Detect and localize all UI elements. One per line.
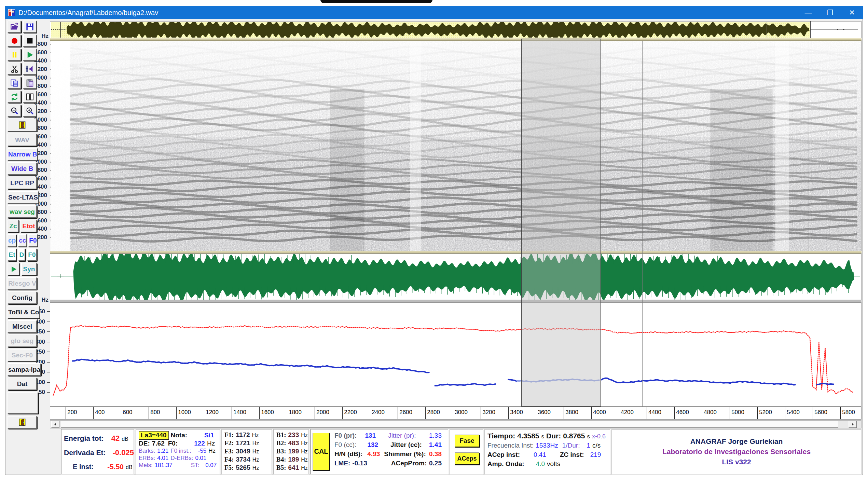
- time-tick-mark: [370, 407, 370, 419]
- scrollbar-right-arrow[interactable]: [849, 421, 857, 428]
- status-row: Tiempo:4.3585sDur:0.8765sx-0.6: [485, 432, 610, 440]
- aceps-button[interactable]: ACeps: [455, 452, 479, 465]
- time-tick-label: 4000: [593, 409, 606, 416]
- cal-button-container: CAL: [311, 429, 332, 474]
- refresh-button[interactable]: [8, 91, 21, 103]
- time-tick-mark: [176, 407, 177, 419]
- time-tick-label: 4200: [621, 409, 634, 416]
- status-row: Mels:181.37ST:0.07: [136, 462, 220, 469]
- fase-aceps-panel: FaseACeps: [450, 429, 483, 474]
- door-exit-icon: [18, 121, 27, 129]
- f0-panel[interactable]: [50, 303, 862, 407]
- close-button[interactable]: ✕: [841, 6, 863, 19]
- toolbar-button-narrow-b[interactable]: Narrow B: [8, 148, 38, 161]
- toolbar-button-row: Riesgo V: [8, 277, 37, 290]
- status-text: -0.025: [113, 448, 134, 457]
- status-text: ST:: [191, 462, 199, 469]
- time-tick-label: 5400: [787, 409, 800, 416]
- scrollbar-thumb[interactable]: [61, 421, 838, 428]
- cut-scissors-button[interactable]: [8, 63, 21, 75]
- status-text: 5265: [236, 464, 250, 472]
- status-text: 1: [587, 442, 590, 449]
- status-text: 1.41: [429, 441, 442, 449]
- toolbar-button-lpc-rp[interactable]: LPC RP: [8, 177, 37, 189]
- overview-waveform-panel[interactable]: [50, 21, 862, 38]
- pause-button[interactable]: [8, 49, 21, 61]
- status-row: Amp. Onda:4.0volts: [485, 460, 610, 468]
- status-text: 641: [288, 464, 299, 472]
- status-text: 199: [288, 448, 299, 455]
- status-text: Mels:: [139, 462, 153, 469]
- time-measurements-panel: Tiempo:4.3585sDur:0.8765sx-0.6Frecuencia…: [484, 429, 610, 474]
- title-bar: D:/Documentos/Anagraf/Labdemo/buiga2.wav…: [5, 6, 863, 19]
- status-text: Hz: [301, 457, 308, 463]
- audio-mixer-icon: [25, 65, 35, 73]
- time-tick-mark: [564, 407, 564, 419]
- toolbar-button-row: cpccF0: [8, 234, 37, 247]
- status-text: 0.25: [429, 460, 442, 467]
- toolbar-button-miscel[interactable]: Miscel: [8, 320, 37, 333]
- time-tick-label: 5200: [759, 409, 772, 416]
- toolbar-button-f0[interactable]: F0: [28, 234, 37, 247]
- toolbar-button-tobi-co[interactable]: ToBI & Co: [8, 306, 40, 318]
- minimize-button[interactable]: —: [797, 6, 819, 19]
- spectrogram-panel[interactable]: [50, 41, 862, 251]
- waveform-panel[interactable]: [50, 254, 862, 300]
- status-text: ERBs:: [139, 455, 155, 462]
- time-tick-label: 3400: [510, 409, 523, 416]
- zoom-in-button[interactable]: [23, 105, 37, 117]
- toolbar-button-cc[interactable]: cc: [18, 234, 27, 247]
- toolbar-button-row: LPC RP: [8, 177, 37, 189]
- toolbar-button-et[interactable]: Et: [8, 248, 16, 261]
- paste-button[interactable]: [23, 77, 37, 89]
- time-selection-region[interactable]: [521, 39, 601, 407]
- toolbar-button-etot[interactable]: Etot: [20, 220, 37, 232]
- audio-mixer-button[interactable]: [23, 63, 37, 75]
- spectrogram-tick-mark: [50, 178, 51, 179]
- toolbar-button-wav[interactable]: WAV: [8, 134, 37, 146]
- toolbar-button-zc[interactable]: Zc: [8, 220, 19, 232]
- status-text: volts: [547, 460, 560, 468]
- time-tick-mark: [619, 407, 619, 419]
- status-text: 42: [111, 434, 120, 443]
- zoom-out-button[interactable]: [8, 105, 21, 117]
- play-button[interactable]: [23, 49, 37, 61]
- time-cursor-line[interactable]: [642, 41, 643, 407]
- scrollbar-left-arrow[interactable]: [51, 421, 59, 428]
- toolbar-button-cp[interactable]: cp: [8, 234, 16, 247]
- maximize-button[interactable]: ❐: [819, 6, 841, 19]
- stop-button[interactable]: [23, 35, 37, 47]
- toolbar-button-f0[interactable]: F0: [27, 248, 37, 261]
- time-tick-mark: [702, 407, 702, 419]
- status-row: H/N (dB):4.93Shimmer (%):0.38: [332, 450, 446, 458]
- copy-button[interactable]: [8, 77, 21, 89]
- cal-button[interactable]: CAL: [313, 433, 330, 470]
- record-button[interactable]: [8, 35, 21, 47]
- note-reference-chip[interactable]: La3=440: [139, 431, 169, 439]
- toolbar-button-config[interactable]: Config: [8, 291, 37, 304]
- fase-button[interactable]: Fase: [455, 435, 479, 447]
- status-row: B5:641Hz: [274, 464, 308, 472]
- toolbar-button-play[interactable]: [8, 263, 19, 275]
- status-text: Barks:: [139, 448, 155, 454]
- f0-tick-mark: [47, 311, 50, 312]
- status-text: 1533Hz: [536, 442, 558, 449]
- status-text: E inst:: [73, 463, 94, 471]
- toolbar-button-d[interactable]: D: [18, 248, 25, 261]
- toolbar-button-wide-b[interactable]: Wide B: [8, 162, 37, 175]
- toolbar-spacer-button: [8, 392, 38, 414]
- toolbar-button-sec-ltas[interactable]: Sec-LTAS: [8, 191, 39, 204]
- exit-button-top[interactable]: [8, 119, 37, 132]
- toolbar-button-dat[interactable]: Dat: [8, 378, 37, 390]
- save-button[interactable]: [23, 21, 37, 33]
- toolbar-button-wav-seg[interactable]: wav seg: [8, 205, 37, 218]
- compare-pages-button[interactable]: [23, 91, 37, 103]
- formants-panel: F1:1172HzF2:1721HzF3:3049HzF4:3734HzF5:5…: [221, 429, 272, 474]
- time-tick-label: 4400: [648, 409, 661, 416]
- about-line: Laboratorio de Investigaciones Sensorial…: [662, 448, 811, 456]
- exit-button-bottom[interactable]: [8, 416, 37, 429]
- open-file-button[interactable]: [8, 21, 21, 33]
- status-text: B1:: [276, 431, 286, 439]
- toolbar-button-sampa-ipa[interactable]: sampa-ipa: [8, 363, 41, 376]
- toolbar-button-syn[interactable]: Syn: [21, 263, 37, 275]
